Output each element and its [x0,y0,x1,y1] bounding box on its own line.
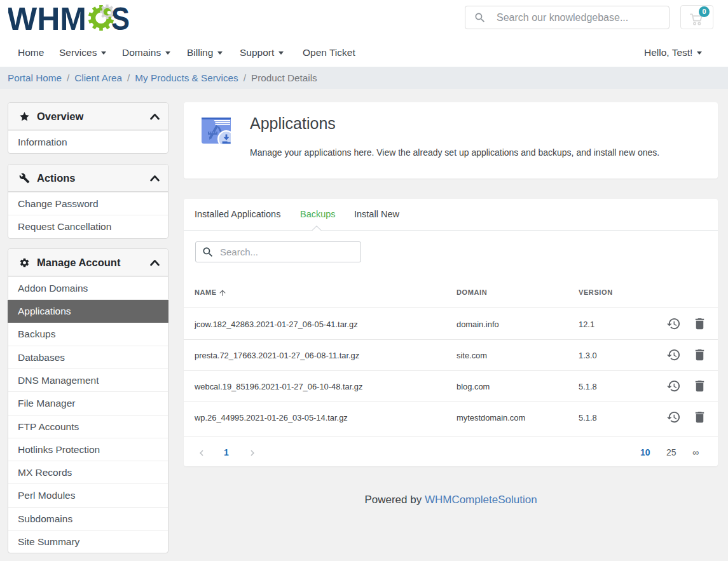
svg-text:WHM: WHM [8,3,86,32]
svg-text:S: S [111,3,130,32]
